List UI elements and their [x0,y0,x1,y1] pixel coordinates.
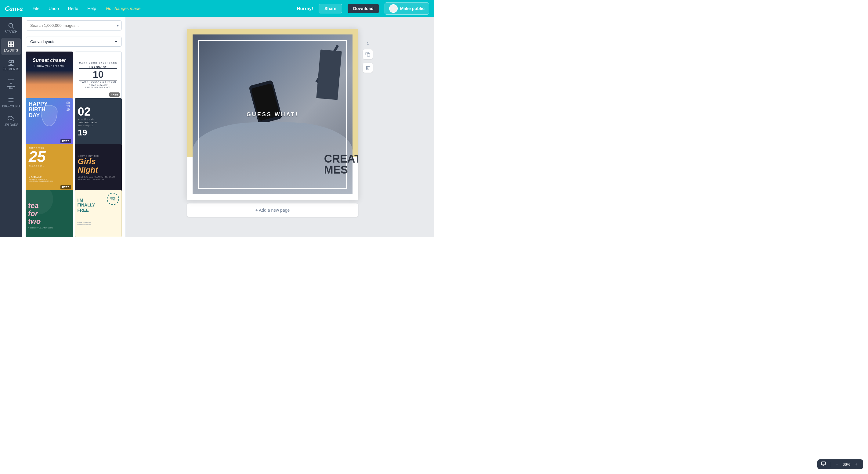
trash-icon [365,65,370,70]
sidebar-item-layouts[interactable]: LAYOUTS [1,38,21,55]
redo-menu[interactable]: Redo [66,5,80,12]
template-card-reunion[interactable]: THERE WAS 25 CLASS 1991 07.01.19 PATTERS… [26,144,73,191]
file-menu[interactable]: File [31,5,41,12]
template-reunion-place: PATTERSON PALACE18 KITSON, SAN DIEGO, CA [29,178,53,182]
sidebar: SEARCH LAYOUTS ELEMENTS TEXT [0,17,22,237]
search-input[interactable] [26,21,122,31]
templates-grid: Sunset chaser Follow your dreams MARK YO… [22,49,125,237]
layouts-icon [8,41,14,47]
design-canvas[interactable]: GUESS WHAT! CREAT MES [187,29,358,200]
svg-rect-2 [8,42,11,44]
template-savedate-names: mark and paulo [78,121,119,124]
template-card-birthday[interactable]: HAPPYBIRTHDAY 092919 FREE [26,98,73,145]
template-sunset-title: Sunset chaser [28,58,70,63]
template-savedate-date: 19 [78,128,119,138]
text-icon [8,78,14,85]
sidebar-item-text[interactable]: TEXT [1,75,21,93]
template-card-savedate[interactable]: 02 save the date mark and paulo palm spr… [75,98,122,145]
top-nav: Canva File Undo Redo Help No changes mad… [0,0,434,17]
canvas-main-text: GUESS WHAT! [247,111,299,118]
template-reunion-class: CLASS 1991 [29,165,70,167]
canvas-side-controls: 1 [363,29,373,73]
template-savedate-big: 02 [78,106,119,117]
free-badge-feb: FREE [109,93,120,97]
template-card-feb10[interactable]: MARK YOUR CALENDARS FEBRUARY 10 TWO THOU… [75,52,122,99]
svg-line-1 [12,27,14,28]
template-girlsnight-sub: LESLIE'S BACHELORETTE BASH [78,176,119,178]
template-card-girlsnight[interactable]: YOU'RE INVITED GirlsNight LESLIE'S BACHE… [75,144,122,191]
make-public-label: Make public [400,6,425,11]
svg-point-0 [9,24,13,28]
undo-menu[interactable]: Undo [47,5,60,12]
phone-shape [249,80,283,125]
sidebar-uploads-label: UPLOADS [4,123,18,127]
sidebar-item-background[interactable]: BKGROUND [1,94,21,111]
sidebar-item-uploads[interactable]: UPLOADS [1,112,21,130]
template-feb-names: DIMAR & SANDYARE TYING THE KNOT! [79,84,117,89]
avatar [389,4,398,13]
sidebar-item-search[interactable]: SEARCH [1,19,21,37]
free-badge-reunion: FREE [60,185,71,190]
canvas-area: GUESS WHAT! CREAT MES + Add a new page 1 [126,17,434,237]
template-feb-mark-cal: MARK YOUR CALENDARS [79,62,117,64]
logo[interactable]: Canva [5,5,23,12]
panel-category: Canva layouts ▾ [22,34,125,49]
search-icon [8,22,14,29]
template-card-finally[interactable]: HEREIT IS I'MFINALLYFREE join me to cele… [75,190,122,237]
template-girlsnight-title: GirlsNight [78,157,119,174]
template-teatwo-sub: A DELIGHTFUL AFTERNOON [28,227,70,229]
canvas-partial-text: CREAT MES [324,154,358,175]
background-icon [8,97,14,103]
uploads-icon [8,115,14,122]
add-page-button[interactable]: + Add a new page [187,203,358,217]
download-button[interactable]: Download [348,4,379,13]
book-shape [316,50,342,100]
svg-rect-5 [11,44,13,47]
sidebar-search-label: SEARCH [5,30,18,34]
hurray-label: Hurray! [297,6,313,11]
svg-rect-4 [8,44,11,47]
share-button[interactable]: Share [319,4,342,13]
save-status: No changes made [106,6,141,11]
template-birthday-nums: 092919 [66,101,70,111]
sidebar-text-label: TEXT [7,86,15,89]
copy-page-button[interactable] [363,49,373,59]
page-number: 1 [367,41,369,46]
make-public-button[interactable]: Make public [384,2,429,14]
svg-rect-7 [11,61,13,63]
template-sunset-sub: Follow your dreams [28,64,70,67]
template-reunion-date: 07.01.19 [29,175,53,178]
search-dropdown-icon: ▾ [117,24,119,28]
category-label: Canva layouts [30,39,55,44]
category-chevron-icon: ▾ [115,39,117,44]
canvas-wrapper: GUESS WHAT! CREAT MES + Add a new page 1 [126,17,434,229]
elements-icon [8,60,14,66]
category-selector[interactable]: Canva layouts ▾ [26,37,122,47]
help-menu[interactable]: Help [86,5,98,12]
template-savedate-loc: palm springs, co [78,125,119,127]
svg-point-6 [9,61,11,63]
template-card-sunset[interactable]: Sunset chaser Follow your dreams [26,52,73,99]
template-feb-month: FEBRUARY [79,65,117,68]
panel: ▾ Canva layouts ▾ Sunset chaser Follow y… [22,17,126,237]
canvas-partial-line1: CREAT [324,154,358,164]
svg-rect-3 [11,42,13,44]
template-card-teatwo[interactable]: teafortwo A DELIGHTFUL AFTERNOON [26,190,73,237]
canvas-inner: GUESS WHAT! CREAT MES [187,29,358,200]
template-feb-year: TWO THOUSAND & FIFTEEN [79,81,117,83]
template-girlsnight-details: Saturday • 8pm • Las Vegas, NV [78,178,119,180]
svg-rect-15 [367,54,370,57]
template-reunion-num: 25 [29,149,70,164]
canvas-partial-line2: MES [324,164,358,175]
sidebar-elements-label: ELEMENTS [3,67,19,71]
panel-search: ▾ [22,17,125,34]
sidebar-item-elements[interactable]: ELEMENTS [1,57,21,74]
sidebar-background-label: BKGROUND [2,105,20,108]
sidebar-layouts-label: LAYOUTS [4,49,18,52]
main-layout: SEARCH LAYOUTS ELEMENTS TEXT [0,17,434,237]
copy-icon [365,52,370,57]
template-savedate-sub: save the date [78,118,119,120]
template-feb-date: 10 [79,68,117,81]
delete-page-button[interactable] [363,63,373,73]
svg-marker-8 [9,64,13,66]
